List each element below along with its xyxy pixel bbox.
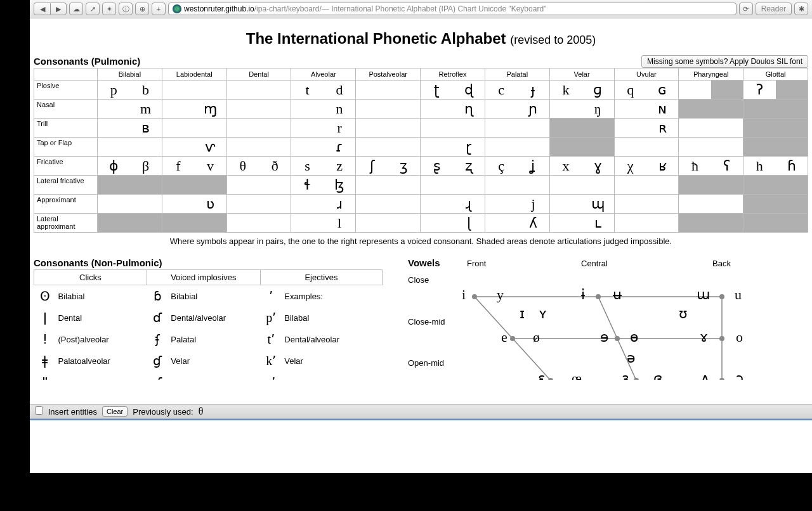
ipa-symbol[interactable]: p — [98, 81, 129, 99]
ipa-symbol[interactable]: l — [324, 214, 355, 232]
ipa-symbol[interactable]: ʝ — [517, 157, 549, 175]
share-button[interactable]: ↗ — [86, 3, 100, 15]
ipa-symbol[interactable]: ʂ — [421, 157, 452, 175]
ipa-symbol[interactable]: ʎ — [517, 214, 549, 232]
ipa-symbol[interactable]: ʒ — [388, 157, 420, 175]
ipa-symbol[interactable]: ð — [259, 157, 291, 175]
ipa-symbol[interactable]: b — [129, 81, 161, 99]
ipa-vowel-symbol[interactable]: ɵ — [630, 329, 638, 346]
new-tab-button[interactable]: + — [152, 3, 166, 15]
ipa-symbol[interactable]: ɸ — [98, 157, 129, 175]
ipa-vowel-symbol[interactable]: o — [736, 329, 743, 346]
ipa-symbol[interactable]: ɬ — [291, 176, 323, 194]
ipa-symbol[interactable]: ʟ — [582, 214, 613, 232]
ipa-vowel-symbol[interactable]: ʌ — [701, 370, 709, 380]
ipa-symbol[interactable]: ɟ — [517, 81, 549, 99]
ipa-symbol[interactable]: t — [291, 81, 323, 99]
ipa-vowel-symbol[interactable]: ɯ — [697, 287, 710, 303]
ipa-symbol[interactable]: k — [550, 81, 582, 99]
ipa-symbol[interactable]: z — [324, 157, 355, 175]
ipa-symbol[interactable]: ɴ — [646, 100, 678, 118]
ipa-symbol[interactable]: ǃ — [34, 328, 56, 350]
previously-used-symbol[interactable]: θ — [199, 406, 204, 417]
ipa-symbol[interactable]: ʕ — [711, 157, 743, 175]
ipa-symbol[interactable]: ɾ — [324, 138, 355, 156]
ipa-textarea[interactable] — [30, 420, 812, 473]
ipa-symbol[interactable]: s — [291, 157, 323, 175]
ipa-symbol[interactable]: ʀ — [646, 119, 678, 137]
ipa-vowel-symbol[interactable]: ɪ — [520, 306, 525, 322]
ipa-symbol[interactable]: ɭ — [452, 214, 484, 232]
ipa-symbol[interactable]: ǂ — [34, 350, 56, 372]
clear-button[interactable]: Clear — [102, 406, 128, 417]
ipa-symbol[interactable]: ʄ — [147, 328, 168, 350]
ipa-symbol[interactable]: ɱ — [194, 100, 226, 118]
ipa-vowel-symbol[interactable]: ɘ — [600, 329, 609, 346]
ipa-symbol[interactable]: n — [324, 100, 355, 118]
ipa-vowel-symbol[interactable]: u — [735, 287, 742, 303]
forward-button[interactable]: ▶ — [50, 3, 67, 15]
globe-button[interactable]: ⊕ — [135, 3, 149, 15]
reader-button[interactable]: Reader — [756, 3, 792, 15]
ipa-symbol[interactable]: v — [194, 157, 226, 175]
ipa-symbol[interactable]: f — [162, 157, 194, 175]
ipa-symbol[interactable]: ʋ — [194, 195, 226, 213]
ipa-symbol[interactable]: ʈ — [421, 81, 452, 99]
reload-button[interactable]: ⟳ — [739, 3, 753, 15]
icloud-button[interactable]: ☁ — [69, 3, 83, 15]
ipa-symbol[interactable]: j — [517, 195, 549, 213]
ipa-vowel-symbol[interactable]: ə — [627, 350, 636, 366]
ipa-vowel-symbol[interactable]: ɞ — [653, 370, 663, 380]
ipa-symbol[interactable]: ʼ — [260, 285, 282, 307]
ipa-vowel-symbol[interactable]: ʊ — [679, 306, 688, 322]
ipa-symbol[interactable]: ɓ — [147, 285, 168, 307]
ipa-symbol[interactable]: m — [129, 100, 161, 118]
ipa-symbol[interactable]: β — [129, 157, 161, 175]
ipa-symbol[interactable]: kʼ — [260, 350, 282, 372]
ipa-symbol[interactable]: ǁ — [34, 372, 56, 380]
ipa-symbol[interactable]: ʛ — [147, 372, 168, 380]
back-button[interactable]: ◀ — [34, 3, 50, 15]
ipa-vowel-symbol[interactable]: i — [462, 287, 466, 303]
insert-entities-checkbox[interactable] — [35, 406, 43, 415]
ipa-symbol[interactable]: pʼ — [260, 307, 282, 328]
evernote-button[interactable]: ✴ — [102, 3, 116, 15]
url-bar[interactable]: westonruter.github.io /ipa-chart/keyboar… — [168, 3, 737, 15]
ipa-symbol[interactable]: ɰ — [582, 195, 613, 213]
ipa-symbol[interactable]: ɗ — [147, 307, 168, 328]
ipa-symbol[interactable]: ɖ — [452, 81, 484, 99]
ipa-symbol[interactable]: ʐ — [452, 157, 484, 175]
ipa-symbol[interactable]: ɠ — [147, 350, 168, 372]
insert-entities-label[interactable]: Insert entities — [35, 406, 97, 417]
ipa-vowel-symbol[interactable]: ø — [533, 329, 540, 346]
info-button[interactable]: ⓘ — [119, 3, 133, 15]
ipa-vowel-symbol[interactable]: ɜ — [622, 370, 629, 380]
ipa-vowel-symbol[interactable]: e — [501, 329, 508, 346]
ipa-symbol[interactable]: d — [324, 81, 355, 99]
ipa-symbol[interactable]: ʃ — [356, 157, 388, 175]
ipa-vowel-symbol[interactable]: ʏ — [539, 306, 547, 322]
ipa-vowel-symbol[interactable]: ɤ — [700, 329, 708, 346]
ipa-symbol[interactable]: sʼ — [260, 372, 282, 380]
ipa-vowel-symbol[interactable]: ɨ — [581, 287, 585, 303]
ipa-symbol[interactable]: ħ — [679, 157, 710, 175]
ipa-symbol[interactable]: r — [324, 119, 355, 137]
ipa-symbol[interactable]: ɻ — [452, 195, 484, 213]
ipa-symbol[interactable]: ʁ — [646, 157, 678, 175]
ipa-symbol[interactable]: ŋ — [582, 100, 613, 118]
ipa-symbol[interactable]: h — [743, 157, 775, 175]
ipa-vowel-symbol[interactable]: ɛ — [538, 370, 546, 380]
ipa-symbol[interactable]: ⱱ — [194, 138, 226, 156]
ipa-vowel-symbol[interactable]: ʉ — [613, 287, 622, 303]
ipa-symbol[interactable]: ǀ — [34, 307, 56, 328]
ipa-vowel-symbol[interactable]: ɔ — [736, 370, 743, 380]
ipa-symbol[interactable]: ç — [485, 157, 517, 175]
ipa-symbol[interactable]: ɡ — [582, 81, 613, 99]
ipa-symbol[interactable]: χ — [615, 157, 646, 175]
ipa-symbol[interactable]: ɲ — [517, 100, 549, 118]
ipa-symbol[interactable]: θ — [227, 157, 259, 175]
ipa-symbol[interactable]: x — [550, 157, 582, 175]
ipa-symbol[interactable]: ɽ — [452, 138, 484, 156]
ipa-symbol[interactable]: ɳ — [452, 100, 484, 118]
ipa-symbol[interactable]: q — [615, 81, 646, 99]
